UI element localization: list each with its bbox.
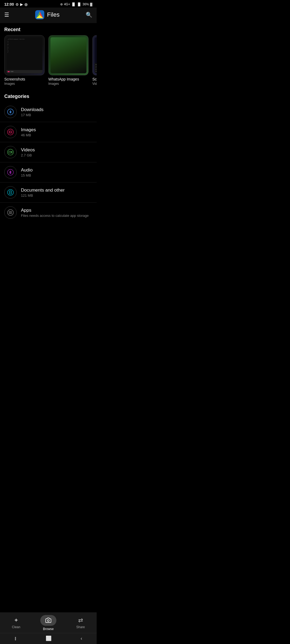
recent-thumb-recording: Wil ma... rece d the r wall s [92,35,97,75]
categories-label: Categories [0,90,97,102]
battery-icon: ▓ [90,2,92,6]
apps-icon-wrap [4,206,17,219]
documents-icon [7,189,14,196]
images-size: 46 MB [21,133,92,137]
youtube-status-icon: ▶ [20,2,23,6]
wifi-icon: ⊛ [60,2,63,6]
recent-item-screenshots[interactable]: om Oxford Languages · Learn more e o p t… [4,35,45,86]
downloads-icon-wrap [4,106,17,118]
menu-button[interactable]: ☰ [4,12,9,18]
images-name: Images [21,127,92,133]
category-images[interactable]: Images 46 MB [0,122,97,142]
svg-rect-10 [9,151,11,153]
category-downloads[interactable]: Downloads 17 MB [0,102,97,122]
audio-icon [7,169,14,175]
apps-icon [7,209,14,216]
svg-rect-7 [9,131,12,133]
svg-rect-20 [9,213,10,214]
svg-rect-14 [9,191,12,194]
whatsapp-status-icon: ⊙ [16,2,19,6]
svg-rect-18 [9,211,10,212]
videos-size: 2.7 GB [21,153,92,157]
downloads-name: Downloads [21,107,92,112]
apps-size: Files needs access to calculate app stor… [21,214,92,218]
status-indicators: ⊛ 4G+ ▐▌ ▐▌ 36% ▓ [60,2,92,6]
svg-rect-21 [11,213,12,214]
categories-section: Categories Downloads 17 MB [0,90,97,222]
download-icon [7,109,14,115]
apps-name: Apps [21,208,92,213]
recent-section: Recent om Oxford Languages · Learn more … [0,23,97,90]
category-documents[interactable]: Documents and other 121 MB [0,182,97,203]
signal-icon2: ▐▌ [77,2,81,6]
status-bar: 12:00 ⊙ ▶ ◎ ⊛ 4G+ ▐▌ ▐▌ 36% ▓ [0,0,97,8]
downloads-size: 17 MB [21,113,92,117]
recent-item-recording[interactable]: Wil ma... rece d the r wall s Screen rec… [92,35,97,86]
recent-type-recording: Videos [92,82,97,86]
recent-label: Recent [0,23,97,35]
recent-name-whatsapp: WhatsApp Images [48,77,89,81]
svg-point-12 [10,172,11,173]
documents-icon-wrap [4,186,17,199]
svg-point-13 [8,189,13,195]
recent-item-whatsapp[interactable]: WhatsApp Images Images [48,35,89,86]
documents-name: Documents and other [21,188,92,193]
header-title-group: Files [35,10,59,19]
app-logo [35,10,44,19]
battery-level: 36% [82,2,89,6]
videos-icon-wrap [4,146,17,158]
signal-icon: ▐▌ [71,2,76,6]
images-icon-wrap [4,126,17,138]
recent-type-screenshots: Images [4,82,45,86]
category-audio[interactable]: Audio 15 MB [0,162,97,182]
audio-icon-wrap [4,166,17,178]
audio-name: Audio [21,167,92,173]
category-videos[interactable]: Videos 2.7 GB [0,142,97,162]
audio-size: 15 MB [21,173,92,177]
videos-name: Videos [21,147,92,153]
recent-name-screenshots: Screenshots [4,77,45,81]
recent-thumb-whatsapp [48,35,89,75]
app-title: Files [47,11,59,18]
images-icon [7,129,14,135]
recent-scroll-list[interactable]: om Oxford Languages · Learn more e o p t… [0,35,97,90]
status-time: 12:00 ⊙ ▶ ◎ [4,2,27,6]
recent-name-recording: Screen recording [92,77,97,81]
svg-point-9 [8,149,13,155]
svg-rect-19 [11,211,12,212]
search-button[interactable]: 🔍 [86,12,92,18]
documents-size: 121 MB [21,193,92,197]
videos-icon [7,149,14,155]
recent-type-whatsapp: Images [48,82,89,86]
category-apps[interactable]: Apps Files needs access to calculate app… [0,203,97,222]
recent-thumb-screenshots: om Oxford Languages · Learn more e o p t… [4,35,45,75]
other-status-icon: ◎ [24,2,27,6]
svg-point-17 [8,210,13,215]
network-type: 4G+ [64,2,70,6]
svg-point-6 [8,129,13,135]
app-header: ☰ Files 🔍 [0,8,97,23]
